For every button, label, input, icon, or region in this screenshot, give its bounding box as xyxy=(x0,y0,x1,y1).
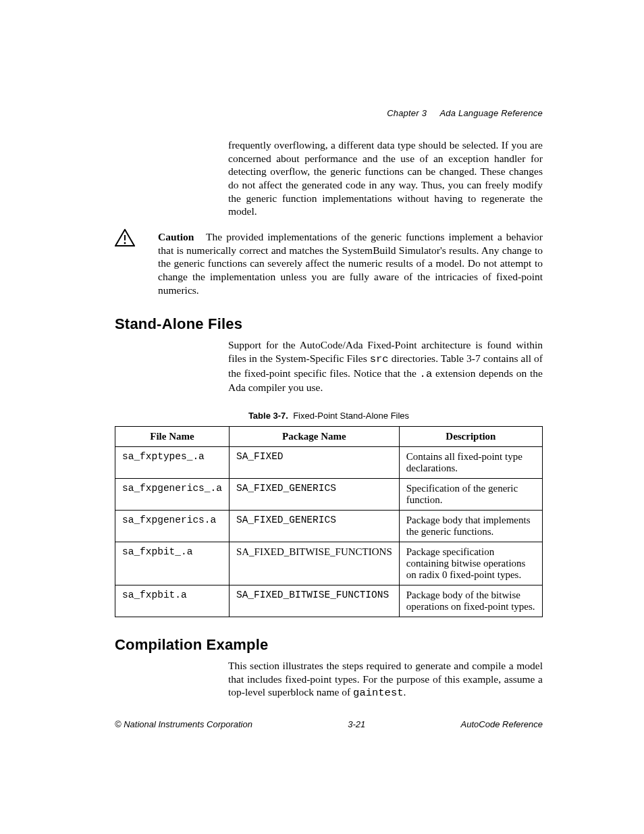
footer-page-number: 3-21 xyxy=(348,719,365,729)
section-heading-compilation: Compilation Example xyxy=(115,636,543,654)
table-number: Table 3-7. xyxy=(248,411,288,421)
standalone-paragraph: Support for the AutoCode/Ada Fixed-Point… xyxy=(228,338,543,394)
cell-pkg: SA_FIXED_GENERICS xyxy=(229,511,399,542)
table-row: sa_fxpgenerics.a SA_FIXED_GENERICS Packa… xyxy=(115,511,543,542)
cell-file: sa_fxpbit_.a xyxy=(115,542,230,585)
caution-block: Caution The provided implementations of … xyxy=(115,230,543,296)
cell-desc: Specification of the generic function. xyxy=(399,479,542,511)
caution-text: Caution The provided implementations of … xyxy=(158,230,543,296)
cell-desc: Package body that implements the generic… xyxy=(399,511,542,542)
footer-doc-title: AutoCode Reference xyxy=(461,719,543,729)
caution-label: Caution xyxy=(158,231,194,242)
cell-file: sa_fxpbit.a xyxy=(115,585,230,617)
cell-desc: Package body of the bitwise operations o… xyxy=(399,585,542,617)
table-header-row: File Name Package Name Description xyxy=(115,427,543,447)
compilation-paragraph: This section illustrates the steps requi… xyxy=(228,659,543,700)
footer-copyright: © National Instruments Corporation xyxy=(115,719,252,729)
cell-pkg: SA_FIXED_BITWISE_FUNCTIONS xyxy=(229,585,399,617)
caution-body: The provided implementations of the gene… xyxy=(158,231,543,296)
table-caption: Table 3-7. Fixed-Point Stand-Alone Files xyxy=(115,411,543,421)
cell-file: sa_fxpgenerics_.a xyxy=(115,479,230,511)
chapter-title: Ada Language Reference xyxy=(439,108,543,118)
page: Chapter 3 Ada Language Reference frequen… xyxy=(0,0,644,834)
cell-pkg: SA_FIXED_BITWISE_FUNCTIONS xyxy=(229,542,399,585)
caution-icon xyxy=(115,229,135,249)
col-description: Description xyxy=(399,427,542,447)
cell-file: sa_fxptypes_.a xyxy=(115,447,230,479)
table-title: Fixed-Point Stand-Alone Files xyxy=(293,411,409,421)
running-header: Chapter 3 Ada Language Reference xyxy=(387,108,543,118)
table-row: sa_fxpgenerics_.a SA_FIXED_GENERICS Spec… xyxy=(115,479,543,511)
table-row: sa_fxpbit_.a SA_FIXED_BITWISE_FUNCTIONS … xyxy=(115,542,543,585)
para2-post: . xyxy=(404,686,406,698)
svg-point-2 xyxy=(124,242,126,244)
cell-pkg: SA_FIXED_GENERICS xyxy=(229,479,399,511)
table-row: sa_fxptypes_.a SA_FIXED Contains all fix… xyxy=(115,447,543,479)
cell-file: sa_fxpgenerics.a xyxy=(115,511,230,542)
col-file-name: File Name xyxy=(115,427,230,447)
page-footer: © National Instruments Corporation 3-21 … xyxy=(115,719,543,729)
col-package-name: Package Name xyxy=(229,427,399,447)
chapter-number: Chapter 3 xyxy=(387,108,427,118)
cell-pkg: SA_FIXED xyxy=(229,447,399,479)
intro-paragraph: frequently overflowing, a different data… xyxy=(228,138,543,218)
code-src: src xyxy=(370,353,389,365)
code-ext: .a xyxy=(420,368,433,380)
section-heading-standalone: Stand-Alone Files xyxy=(115,315,543,333)
table-row: sa_fxpbit.a SA_FIXED_BITWISE_FUNCTIONS P… xyxy=(115,585,543,617)
code-gaintest: gaintest xyxy=(353,687,403,699)
files-table: File Name Package Name Description sa_fx… xyxy=(115,426,543,617)
cell-desc: Package specification containing bitwise… xyxy=(399,542,542,585)
cell-desc: Contains all fixed-point type declaratio… xyxy=(399,447,542,479)
